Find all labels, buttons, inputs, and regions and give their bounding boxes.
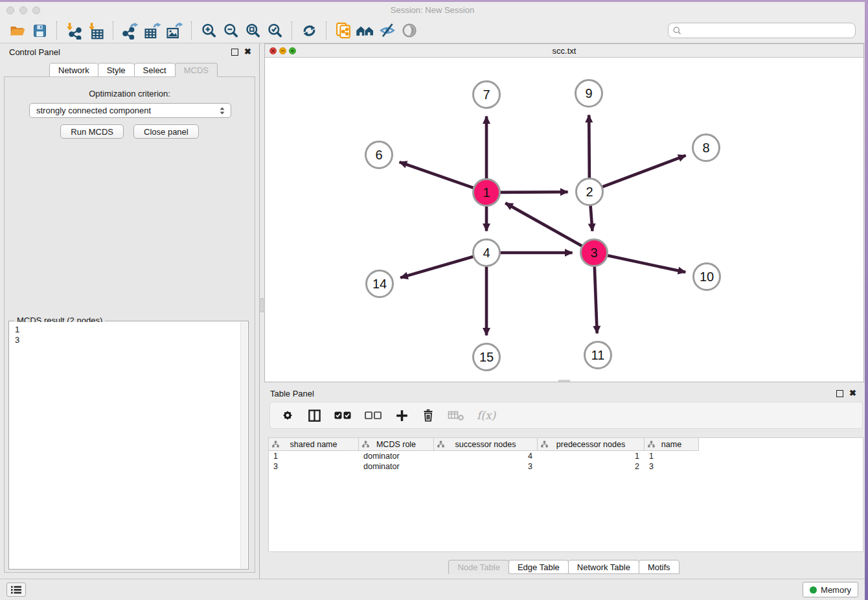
graph-edge-2-3[interactable] [590, 203, 592, 231]
close-panel-icon[interactable]: ✖ [244, 48, 251, 55]
table-cell[interactable]: 3 [434, 461, 538, 472]
graph-edge-2-8[interactable] [600, 156, 685, 188]
zoom-selected-icon [266, 22, 284, 40]
mcds-result-list[interactable]: 1 3 [10, 322, 240, 568]
tab-style[interactable]: Style [98, 63, 135, 77]
graph-edge-3-11[interactable] [595, 264, 597, 333]
table-cell[interactable]: 4 [434, 451, 538, 461]
table-cell[interactable]: dominator [359, 451, 434, 461]
export-image-button[interactable] [163, 20, 185, 41]
network-close-button[interactable] [269, 47, 277, 54]
column-visibility-button[interactable] [307, 408, 322, 423]
graph-node-1[interactable]: 1 [474, 179, 500, 206]
graph-node-6[interactable]: 6 [366, 142, 393, 168]
graph-node-11[interactable]: 11 [585, 342, 611, 369]
import-table-button[interactable] [85, 20, 107, 41]
graph-node-3[interactable]: 3 [581, 240, 608, 266]
splitter-handle[interactable] [260, 298, 264, 312]
graph-node-7[interactable]: 7 [474, 82, 500, 108]
memory-button[interactable]: Memory [803, 582, 858, 597]
zoom-in-button[interactable] [198, 20, 220, 41]
tab-network[interactable]: Network [49, 63, 98, 77]
column-visibility-icon [307, 408, 322, 423]
table-cell[interactable]: 1 [538, 451, 645, 461]
import-network-button[interactable] [63, 20, 85, 41]
column-type-icon [272, 441, 279, 448]
task-history-button[interactable] [6, 583, 26, 597]
table-cell[interactable]: 3 [269, 461, 359, 472]
desktop-edge-right [865, 0, 868, 600]
graph-edge-2-9[interactable] [589, 115, 589, 179]
mcds-result-scrollbar[interactable] [240, 322, 247, 568]
table-cell[interactable]: dominator [359, 461, 434, 472]
table-settings-button[interactable] [280, 408, 295, 422]
show-all-button[interactable] [398, 20, 420, 41]
graph-edge-3-10[interactable] [606, 255, 685, 272]
network-graph[interactable]: 1234678910111415 [265, 58, 863, 382]
float-table-panel-icon[interactable] [836, 390, 843, 397]
network-window-titlebar[interactable]: scc.txt [265, 44, 863, 58]
vertical-splitter[interactable] [259, 43, 264, 579]
zoom-out-button[interactable] [220, 20, 242, 41]
column-header-successor-nodes[interactable]: successor nodes [434, 438, 538, 451]
new-network-from-selection-button[interactable] [332, 20, 354, 41]
network-window-title: scc.txt [265, 46, 863, 56]
deselect-all-button[interactable] [365, 411, 383, 420]
graph-edge-1-2[interactable] [498, 192, 567, 192]
svg-text:11: 11 [591, 348, 605, 362]
table-cell[interactable]: 2 [538, 461, 645, 472]
column-header-predecessor-nodes[interactable]: predecessor nodes [538, 438, 645, 451]
tab-select[interactable]: Select [134, 63, 176, 77]
tab-network-table[interactable]: Network Table [568, 560, 639, 574]
node-table[interactable]: shared nameMCDS rolesuccessor nodesprede… [268, 437, 863, 552]
column-header-name[interactable]: name [645, 438, 699, 451]
tab-edge-table[interactable]: Edge Table [508, 560, 569, 574]
export-network-button[interactable] [119, 20, 141, 41]
apply-layout-button[interactable] [298, 20, 320, 41]
graph-node-10[interactable]: 10 [694, 264, 720, 290]
first-neighbors-button[interactable] [354, 20, 376, 41]
graph-node-15[interactable]: 15 [474, 344, 500, 371]
graph-edge-3-1[interactable] [505, 203, 584, 247]
network-minimize-button[interactable] [279, 47, 286, 54]
zoom-fit-button[interactable] [242, 20, 264, 41]
graph-edge-4-14[interactable] [400, 256, 475, 277]
tab-motifs[interactable]: Motifs [639, 560, 680, 574]
network-resize-handle[interactable] [558, 380, 570, 382]
select-all-button[interactable] [334, 411, 352, 420]
table-cell[interactable]: 1 [269, 451, 359, 461]
add-column-button[interactable] [395, 409, 409, 422]
graph-node-4[interactable]: 4 [474, 240, 500, 266]
search-input[interactable] [682, 26, 851, 36]
column-header-shared-name[interactable]: shared name [269, 438, 359, 451]
graph-node-2[interactable]: 2 [577, 179, 603, 205]
save-session-button[interactable] [29, 20, 51, 41]
network-canvas[interactable]: 1234678910111415 [265, 58, 863, 382]
graph-node-14[interactable]: 14 [367, 271, 393, 297]
search-field[interactable] [668, 23, 856, 38]
run-mcds-button[interactable]: Run MCDS [60, 124, 124, 139]
optimization-criterion-select[interactable]: strongly connected component [29, 103, 231, 118]
network-maximize-button[interactable] [289, 47, 296, 54]
close-table-panel-icon[interactable]: ✖ [849, 389, 856, 397]
open-session-button[interactable] [6, 20, 29, 41]
graph-edge-1-6[interactable] [400, 162, 475, 189]
tab-mcds[interactable]: MCDS [175, 63, 218, 77]
float-panel-icon[interactable] [231, 49, 238, 56]
table-cell[interactable]: 3 [645, 461, 699, 472]
zoom-selected-button[interactable] [264, 20, 286, 41]
graph-node-8[interactable]: 8 [693, 135, 720, 161]
export-table-button[interactable] [141, 20, 163, 41]
optimization-criterion-value: strongly connected component [36, 106, 219, 115]
graph-node-9[interactable]: 9 [576, 80, 602, 107]
table-cell[interactable]: 1 [645, 451, 699, 461]
hide-selected-button[interactable] [376, 20, 398, 41]
tab-node-table[interactable]: Node Table [448, 560, 509, 574]
column-header-MCDS-role[interactable]: MCDS role [359, 438, 434, 451]
mcds-panel: Optimization criterion: strongly connect… [4, 76, 255, 573]
table-row[interactable]: 3dominator323 [269, 461, 863, 472]
delete-column-button[interactable] [421, 408, 435, 422]
title-bar: Session: New Session [0, 2, 865, 18]
table-row[interactable]: 1dominator411 [269, 451, 863, 461]
close-panel-button[interactable]: Close panel [133, 124, 199, 139]
